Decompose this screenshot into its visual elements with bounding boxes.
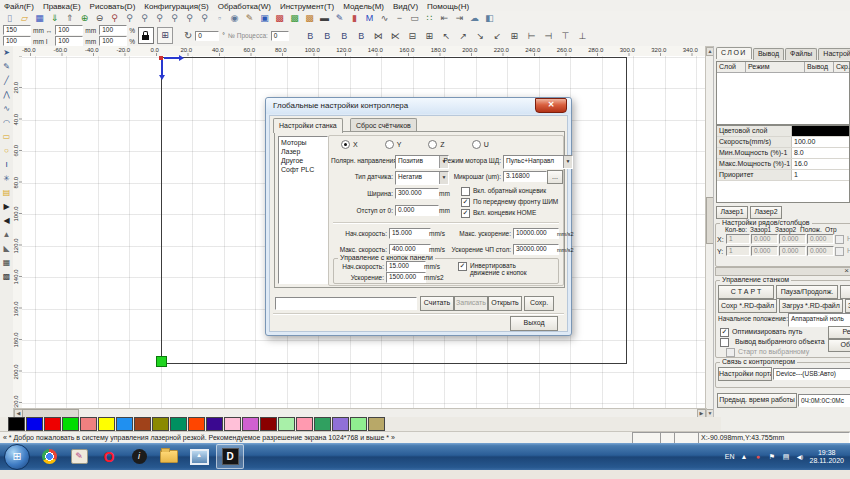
color-swatch[interactable] xyxy=(26,417,43,431)
array-tool-icon[interactable]: ▩ xyxy=(0,270,13,284)
table-acceleration-input[interactable]: 30000.000 xyxy=(513,244,559,255)
text-style-2-icon[interactable]: В xyxy=(319,29,336,43)
size-x-input[interactable]: 100 xyxy=(55,25,83,35)
color-swatch[interactable] xyxy=(80,417,97,431)
color-swatch[interactable] xyxy=(260,417,277,431)
play-tool-icon[interactable]: ▶ xyxy=(0,200,13,214)
mirror-checkbox[interactable]: Н xyxy=(835,247,850,256)
reverse-limit-checkbox[interactable]: Вкл. обратный концевик xyxy=(461,187,546,196)
simulate-icon[interactable]: ▩ xyxy=(272,11,287,25)
taskbar-clock[interactable]: 19:38 28.11.2020 xyxy=(809,449,844,465)
rectangle-tool-icon[interactable]: ▭ xyxy=(0,130,13,144)
fit-height-icon[interactable]: ⇥ xyxy=(452,11,467,25)
color-swatch[interactable] xyxy=(206,417,223,431)
write-button[interactable]: Записать xyxy=(454,296,488,311)
rdworks-app-icon[interactable]: D xyxy=(216,444,244,469)
notification-icon[interactable]: ● xyxy=(753,452,762,461)
arc-tool-icon[interactable]: ◠ xyxy=(0,116,13,130)
text-style-3-icon[interactable]: В xyxy=(336,29,353,43)
cut-frame-button[interactable]: Рез р xyxy=(828,326,850,339)
text-style-4-icon[interactable]: В xyxy=(353,29,370,43)
paint-icon[interactable]: ✎ xyxy=(66,445,92,468)
browser-icon[interactable] xyxy=(36,445,62,468)
axis-radio[interactable]: X xyxy=(341,140,358,149)
scale-x-input[interactable]: 100 xyxy=(99,25,127,35)
back-tool-icon[interactable]: ◀ xyxy=(0,214,13,228)
open-button[interactable]: Открыть xyxy=(488,296,522,311)
object-width-input[interactable]: 150 xyxy=(3,25,31,35)
text-style-1-icon[interactable]: В xyxy=(302,29,319,43)
previous-worktime-button[interactable]: Предыд. время работы xyxy=(717,393,797,408)
monitor-icon[interactable]: ▣ xyxy=(257,11,272,25)
category-item[interactable]: Софт PLC xyxy=(281,165,327,174)
pick-area-icon[interactable]: ▫ xyxy=(212,11,227,25)
same-height-icon[interactable]: ⊞ xyxy=(421,29,438,43)
menu-item[interactable]: Файл(F) xyxy=(4,2,34,11)
save-icon[interactable]: ▦ xyxy=(32,11,47,25)
output-selected-checkbox[interactable]: Вывод выбранного объекта xyxy=(720,338,825,347)
zoom-out-view-icon[interactable]: ⚲ xyxy=(137,11,152,25)
laser-button[interactable]: Лазер1 xyxy=(716,206,748,219)
max-acceleration-input[interactable]: 10000.000 xyxy=(513,228,559,239)
color-swatch[interactable] xyxy=(134,417,151,431)
preview-icon[interactable]: ▩ xyxy=(302,11,317,25)
align-bottom-left-icon[interactable]: ↙ xyxy=(489,29,506,43)
count-input[interactable]: 1 xyxy=(726,246,750,256)
color-swatch[interactable] xyxy=(62,417,79,431)
zoom-selection-icon[interactable]: ⚲ xyxy=(182,11,197,25)
opera-icon[interactable]: O xyxy=(96,445,122,468)
color-swatch[interactable] xyxy=(242,417,259,431)
gap1-input[interactable]: 0.000 xyxy=(751,246,778,256)
align-left-icon[interactable]: ⊢ xyxy=(523,29,540,43)
line-segment-icon[interactable]: − xyxy=(392,11,407,25)
align-center-icon[interactable]: ⊞ xyxy=(506,29,523,43)
menu-item[interactable]: Рисовать(D) xyxy=(90,2,136,11)
align-bottom-right-icon[interactable]: ↘ xyxy=(472,29,489,43)
trim-icon[interactable]: ⋉ xyxy=(387,29,404,43)
property-row[interactable]: Макс.Мощность (%)-1 16.0 xyxy=(717,159,849,170)
panel-tab[interactable]: Файлы xyxy=(785,48,817,60)
zoom-in-view-icon[interactable]: ⚲ xyxy=(152,11,167,25)
machine-button[interactable]: Пауза/Продолж. xyxy=(776,285,838,299)
color-swatch[interactable] xyxy=(350,417,367,431)
machine-button[interactable]: С Т xyxy=(840,285,850,299)
invert-buttons-checkbox[interactable]: Инвертироватьдвижение с кнопок xyxy=(458,262,527,276)
process-number-input[interactable]: 0 xyxy=(271,31,289,41)
machine-button[interactable]: С Т А Р Т xyxy=(718,285,774,299)
axis-radio[interactable]: U xyxy=(472,140,489,149)
dock-scrollbar[interactable] xyxy=(715,267,850,276)
frame-icon[interactable]: ◧ xyxy=(482,11,497,25)
color-swatch[interactable] xyxy=(44,417,61,431)
port-settings-button[interactable]: Настройки порта xyxy=(718,367,772,381)
material-library-icon[interactable]: M xyxy=(362,11,377,25)
color-swatch[interactable] xyxy=(332,417,349,431)
axis-radio[interactable]: Z xyxy=(428,140,444,149)
optimize-path-checkbox[interactable]: Оптимизировать путь xyxy=(720,328,802,337)
start-button-icon[interactable]: ⊞ xyxy=(4,444,30,470)
position-input[interactable]: 0.000 xyxy=(807,246,834,256)
battery-icon[interactable]: ▮ xyxy=(347,11,362,25)
trace-frame-button[interactable]: Обвод xyxy=(828,339,850,352)
tab-reset-counters[interactable]: Сброс счётчиков xyxy=(350,118,417,132)
width-input[interactable]: 300.000 xyxy=(395,188,439,199)
hidden-icons-icon[interactable]: ▲ xyxy=(739,452,748,461)
panel-acceleration-input[interactable]: 1500.000 xyxy=(386,272,426,283)
align-right-icon[interactable]: ⊣ xyxy=(540,29,557,43)
rect-outline-icon[interactable]: ▭ xyxy=(407,11,422,25)
panel-tab[interactable]: СЛОИ xyxy=(716,47,752,59)
color-swatch[interactable] xyxy=(152,417,169,431)
zoom-out-circle-icon[interactable]: ⊖ xyxy=(92,11,107,25)
view-eye-icon[interactable]: ◉ xyxy=(227,11,242,25)
fill-tool-icon[interactable]: ▦ xyxy=(0,256,13,270)
position-input[interactable]: 0.000 xyxy=(807,234,834,244)
menu-item[interactable]: Обработка(W) xyxy=(218,2,271,11)
text-tool-icon[interactable]: I xyxy=(0,158,13,172)
weld-icon[interactable]: ⋈ xyxy=(370,29,387,43)
color-swatch[interactable] xyxy=(170,417,187,431)
point-tool-icon[interactable]: ✳ xyxy=(0,172,13,186)
fit-width-icon[interactable]: ⇤ xyxy=(437,11,452,25)
property-row[interactable]: Скорость(mm/s) 100.00 xyxy=(717,137,849,148)
start-speed-input[interactable]: 15.000 xyxy=(389,228,431,239)
origin-dropdown[interactable]: Аппаратный ноль xyxy=(788,313,850,327)
category-item[interactable]: Другое xyxy=(281,156,327,165)
